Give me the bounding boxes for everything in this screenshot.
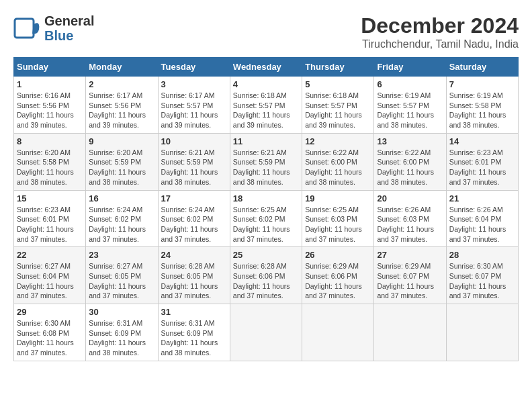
day-number: 11 — [233, 136, 299, 146]
day-number: 31 — [161, 307, 227, 317]
day-info: Sunrise: 6:23 AMSunset: 6:01 PMDaylight:… — [17, 205, 83, 244]
day-info: Sunrise: 6:18 AMSunset: 5:57 PMDaylight:… — [233, 91, 299, 130]
calendar-week-2: 8Sunrise: 6:20 AMSunset: 5:58 PMDaylight… — [14, 133, 519, 190]
day-number: 29 — [17, 307, 83, 317]
calendar-cell: 5Sunrise: 6:18 AMSunset: 5:57 PMDaylight… — [302, 77, 374, 134]
day-number: 28 — [449, 250, 515, 260]
day-info: Sunrise: 6:20 AMSunset: 5:58 PMDaylight:… — [17, 148, 83, 187]
day-number: 16 — [89, 193, 154, 203]
calendar-cell — [446, 304, 518, 361]
calendar-cell: 20Sunrise: 6:26 AMSunset: 6:03 PMDayligh… — [374, 190, 446, 247]
calendar-cell: 27Sunrise: 6:29 AMSunset: 6:07 PMDayligh… — [374, 247, 446, 304]
day-info: Sunrise: 6:24 AMSunset: 6:02 PMDaylight:… — [161, 205, 227, 244]
day-number: 5 — [305, 79, 371, 89]
day-number: 21 — [449, 193, 515, 203]
calendar-table: SundayMondayTuesdayWednesdayThursdayFrid… — [13, 57, 519, 361]
calendar-cell: 16Sunrise: 6:24 AMSunset: 6:02 PMDayligh… — [86, 190, 158, 247]
day-number: 12 — [305, 136, 371, 146]
day-number: 15 — [17, 193, 83, 203]
calendar-week-3: 15Sunrise: 6:23 AMSunset: 6:01 PMDayligh… — [14, 190, 519, 247]
day-number: 25 — [233, 250, 299, 260]
calendar-cell: 10Sunrise: 6:21 AMSunset: 5:59 PMDayligh… — [158, 133, 230, 190]
day-info: Sunrise: 6:19 AMSunset: 5:57 PMDaylight:… — [377, 91, 443, 130]
calendar-cell — [302, 304, 374, 361]
day-number: 3 — [161, 79, 227, 89]
calendar-cell: 22Sunrise: 6:27 AMSunset: 6:04 PMDayligh… — [14, 247, 86, 304]
day-number: 24 — [161, 250, 227, 260]
day-info: Sunrise: 6:16 AMSunset: 5:56 PMDaylight:… — [17, 91, 83, 130]
weekday-header-sunday: Sunday — [14, 58, 86, 77]
calendar-cell: 15Sunrise: 6:23 AMSunset: 6:01 PMDayligh… — [14, 190, 86, 247]
day-number: 27 — [377, 250, 443, 260]
day-info: Sunrise: 6:25 AMSunset: 6:03 PMDaylight:… — [305, 205, 371, 244]
day-number: 10 — [161, 136, 227, 146]
subtitle: Tiruchchendur, Tamil Nadu, India — [361, 38, 519, 50]
day-info: Sunrise: 6:21 AMSunset: 5:59 PMDaylight:… — [161, 148, 227, 187]
calendar-cell: 12Sunrise: 6:22 AMSunset: 6:00 PMDayligh… — [302, 133, 374, 190]
weekday-header-thursday: Thursday — [302, 58, 374, 77]
day-info: Sunrise: 6:17 AMSunset: 5:56 PMDaylight:… — [89, 91, 154, 130]
day-number: 22 — [17, 250, 83, 260]
day-number: 6 — [377, 79, 443, 89]
day-info: Sunrise: 6:20 AMSunset: 5:59 PMDaylight:… — [89, 148, 154, 187]
day-info: Sunrise: 6:26 AMSunset: 6:03 PMDaylight:… — [377, 205, 443, 244]
calendar-cell: 18Sunrise: 6:25 AMSunset: 6:02 PMDayligh… — [230, 190, 302, 247]
calendar-cell: 11Sunrise: 6:21 AMSunset: 5:59 PMDayligh… — [230, 133, 302, 190]
calendar-cell: 28Sunrise: 6:30 AMSunset: 6:07 PMDayligh… — [446, 247, 518, 304]
day-number: 20 — [377, 193, 443, 203]
day-number: 26 — [305, 250, 371, 260]
day-info: Sunrise: 6:27 AMSunset: 6:04 PMDaylight:… — [17, 261, 83, 301]
calendar-week-1: 1Sunrise: 6:16 AMSunset: 5:56 PMDaylight… — [14, 77, 519, 134]
day-info: Sunrise: 6:24 AMSunset: 6:02 PMDaylight:… — [89, 205, 154, 244]
logo-icon — [13, 13, 43, 43]
day-info: Sunrise: 6:28 AMSunset: 6:06 PMDaylight:… — [233, 261, 299, 301]
day-number: 9 — [89, 136, 154, 146]
day-number: 18 — [233, 193, 299, 203]
weekday-header-monday: Monday — [86, 58, 158, 77]
calendar-cell: 23Sunrise: 6:27 AMSunset: 6:05 PMDayligh… — [86, 247, 158, 304]
calendar-cell: 30Sunrise: 6:31 AMSunset: 6:09 PMDayligh… — [86, 304, 158, 361]
day-info: Sunrise: 6:26 AMSunset: 6:04 PMDaylight:… — [449, 205, 515, 244]
calendar-cell: 21Sunrise: 6:26 AMSunset: 6:04 PMDayligh… — [446, 190, 518, 247]
calendar-cell — [230, 304, 302, 361]
day-info: Sunrise: 6:18 AMSunset: 5:57 PMDaylight:… — [305, 91, 371, 130]
day-info: Sunrise: 6:19 AMSunset: 5:58 PMDaylight:… — [449, 91, 515, 130]
calendar-cell: 3Sunrise: 6:17 AMSunset: 5:57 PMDaylight… — [158, 77, 230, 134]
title-block: December 2024 Tiruchchendur, Tamil Nadu,… — [361, 13, 519, 50]
logo: General Blue — [13, 13, 94, 43]
logo-general: General — [44, 13, 94, 28]
calendar-cell: 24Sunrise: 6:28 AMSunset: 6:05 PMDayligh… — [158, 247, 230, 304]
day-info: Sunrise: 6:25 AMSunset: 6:02 PMDaylight:… — [233, 205, 299, 244]
day-info: Sunrise: 6:22 AMSunset: 6:00 PMDaylight:… — [305, 148, 371, 187]
calendar-header-row: SundayMondayTuesdayWednesdayThursdayFrid… — [14, 58, 519, 77]
calendar-cell: 1Sunrise: 6:16 AMSunset: 5:56 PMDaylight… — [14, 77, 86, 134]
calendar-cell: 4Sunrise: 6:18 AMSunset: 5:57 PMDaylight… — [230, 77, 302, 134]
day-info: Sunrise: 6:31 AMSunset: 6:09 PMDaylight:… — [161, 318, 227, 358]
day-info: Sunrise: 6:28 AMSunset: 6:05 PMDaylight:… — [161, 261, 227, 301]
calendar-body: 1Sunrise: 6:16 AMSunset: 5:56 PMDaylight… — [14, 77, 519, 361]
day-number: 2 — [89, 79, 154, 89]
calendar-cell: 13Sunrise: 6:22 AMSunset: 6:00 PMDayligh… — [374, 133, 446, 190]
day-info: Sunrise: 6:29 AMSunset: 6:06 PMDaylight:… — [305, 261, 371, 301]
day-number: 19 — [305, 193, 371, 203]
calendar-cell: 31Sunrise: 6:31 AMSunset: 6:09 PMDayligh… — [158, 304, 230, 361]
day-info: Sunrise: 6:27 AMSunset: 6:05 PMDaylight:… — [89, 261, 154, 301]
day-number: 8 — [17, 136, 83, 146]
day-number: 17 — [161, 193, 227, 203]
weekday-header-tuesday: Tuesday — [158, 58, 230, 77]
day-info: Sunrise: 6:21 AMSunset: 5:59 PMDaylight:… — [233, 148, 299, 187]
day-info: Sunrise: 6:17 AMSunset: 5:57 PMDaylight:… — [161, 91, 227, 130]
day-number: 7 — [449, 79, 515, 89]
weekday-header-saturday: Saturday — [446, 58, 518, 77]
calendar-week-5: 29Sunrise: 6:30 AMSunset: 6:08 PMDayligh… — [14, 304, 519, 361]
calendar-week-4: 22Sunrise: 6:27 AMSunset: 6:04 PMDayligh… — [14, 247, 519, 304]
calendar-cell: 2Sunrise: 6:17 AMSunset: 5:56 PMDaylight… — [86, 77, 158, 134]
calendar-cell: 17Sunrise: 6:24 AMSunset: 6:02 PMDayligh… — [158, 190, 230, 247]
calendar-cell: 29Sunrise: 6:30 AMSunset: 6:08 PMDayligh… — [14, 304, 86, 361]
day-info: Sunrise: 6:30 AMSunset: 6:08 PMDaylight:… — [17, 318, 83, 358]
calendar-cell: 9Sunrise: 6:20 AMSunset: 5:59 PMDaylight… — [86, 133, 158, 190]
day-number: 13 — [377, 136, 443, 146]
page-header: General Blue December 2024 Tiruchchendur… — [13, 13, 519, 50]
day-number: 4 — [233, 79, 299, 89]
calendar-cell: 7Sunrise: 6:19 AMSunset: 5:58 PMDaylight… — [446, 77, 518, 134]
